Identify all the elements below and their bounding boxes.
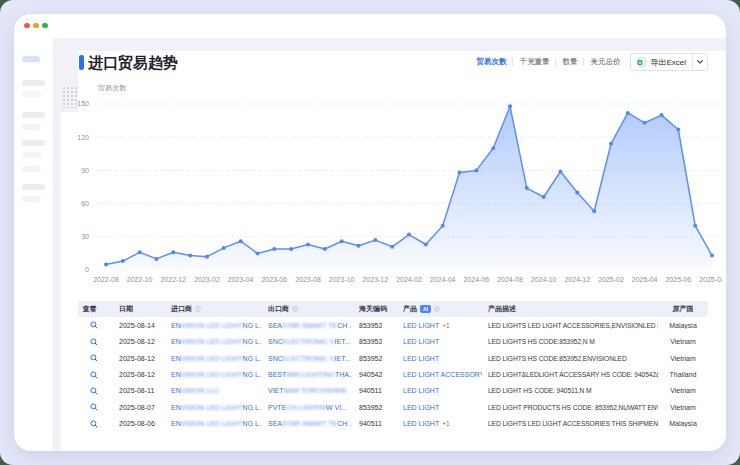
cell-exporter[interactable]: SNC ELECTRONIC VIET... — [262, 338, 352, 345]
exporter-name-prefix: BEST — [268, 371, 286, 378]
exporter-name-suffix: CH ... — [337, 420, 352, 427]
view-search-icon[interactable] — [90, 371, 98, 379]
metric-tabs-and-export: 贸易次数千克重量数量美元总价 导出Excel — [476, 51, 708, 73]
cell-hs: 853952 — [352, 404, 396, 411]
svg-text:2023-02: 2023-02 — [194, 276, 220, 283]
chart-line — [106, 106, 712, 264]
exporter-name-suffix: W VI... — [326, 404, 347, 411]
cell-hs: 940511 — [352, 387, 396, 394]
window-titlebar — [14, 14, 726, 38]
view-search-icon[interactable] — [90, 338, 98, 346]
svg-text:120: 120 — [77, 134, 89, 141]
metric-tab-2[interactable]: 千克重量 — [519, 57, 549, 67]
column-header-desc: 产品描述 — [482, 304, 658, 314]
cell-exporter[interactable]: SEA STAR SMART TECH ... — [262, 420, 352, 427]
cell-exporter[interactable]: SNC ELECTRONIC VIET... — [262, 355, 352, 362]
svg-text:2024-06: 2024-06 — [463, 276, 489, 283]
product-tag[interactable]: LED LIGHT — [403, 355, 439, 362]
cell-importer[interactable]: ENVISION LLC — [165, 387, 262, 394]
cell-importer[interactable]: ENVISION LED LIGHTNG L... — [165, 338, 262, 345]
cell-importer[interactable]: ENVISION LED LIGHTNG L... — [165, 322, 262, 329]
column-header-exporter: 出口商 — [262, 304, 352, 314]
column-header-label: 进口商 — [171, 304, 192, 314]
table-row: 2025-08-07ENVISION LED LIGHTNG L...PVTEC… — [78, 399, 708, 415]
sidebar-skeleton — [14, 38, 54, 451]
product-more-count: +1 — [442, 420, 449, 427]
minimize-window-icon[interactable] — [33, 23, 38, 28]
tab-separator — [555, 58, 556, 66]
svg-text:150: 150 — [77, 100, 89, 107]
importer-name-prefix: EN — [171, 338, 181, 345]
info-icon[interactable] — [195, 306, 201, 312]
view-search-icon[interactable] — [90, 354, 98, 362]
product-tag[interactable]: LED LIGHT ACCESSORY — [403, 371, 482, 378]
view-search-icon[interactable] — [90, 321, 98, 329]
exporter-name-suffix: CH ... — [337, 322, 352, 329]
exporter-name-blurred: CH LIGHTIN — [286, 404, 326, 411]
product-tag[interactable]: LED LIGHT — [403, 420, 439, 427]
dot-grid-decoration — [62, 86, 77, 108]
cell-view — [78, 338, 110, 346]
product-more-count: +1 — [442, 322, 449, 329]
zoom-window-icon[interactable] — [42, 23, 47, 28]
metric-tab-4[interactable]: 美元总价 — [590, 57, 620, 67]
column-header-label: 产品 — [403, 304, 417, 314]
card-header: 进口贸易趋势 贸易次数千克重量数量美元总价 导出Excel — [61, 51, 726, 75]
importer-name-blurred: VISION LLC — [181, 387, 220, 394]
cell-exporter[interactable]: PVTECH LIGHTINW VI... — [262, 404, 352, 411]
exporter-name-blurred: WIN LIGHTING — [286, 371, 335, 378]
app-window: 进口贸易趋势 贸易次数千克重量数量美元总价 导出Excel — [14, 14, 726, 451]
metric-tab-3[interactable]: 数量 — [562, 57, 577, 67]
cell-desc: LED LIGHTS LED LIGHT ACCESSORIES THIS SH… — [482, 420, 658, 427]
cell-date: 2025-08-11 — [110, 387, 165, 394]
product-tag[interactable]: LED LIGHT — [403, 404, 439, 411]
table-row: 2025-08-06ENVISION LED LIGHTNG L...SEA S… — [78, 416, 708, 432]
cell-date: 2025-08-12 — [110, 355, 165, 362]
chart-points — [104, 104, 714, 266]
table-row: 2025-08-11ENVISION LLCVIET NAM TORCHSHIN… — [78, 383, 708, 399]
sidebar-skeleton-bar — [22, 91, 41, 97]
cell-importer[interactable]: ENVISION LED LIGHTNG L... — [165, 371, 262, 378]
export-dropdown-button[interactable] — [692, 54, 707, 70]
title-accent-bar — [79, 55, 84, 70]
exporter-name-prefix: SEA — [268, 420, 282, 427]
cell-country: Vietnam — [658, 355, 708, 362]
view-search-icon[interactable] — [90, 387, 98, 395]
view-search-icon[interactable] — [90, 420, 98, 428]
exporter-name-prefix: VIET — [268, 387, 284, 394]
view-search-icon[interactable] — [90, 403, 98, 411]
product-tag[interactable]: LED LIGHT — [403, 387, 439, 394]
info-icon[interactable] — [292, 306, 298, 312]
exporter-name-blurred: STAR SMART TE — [282, 322, 337, 329]
svg-text:30: 30 — [81, 233, 89, 240]
chevron-down-icon — [697, 60, 703, 64]
cell-exporter[interactable]: SEA STAR SMART TECH ... — [262, 322, 352, 329]
column-header-label: 日期 — [119, 304, 133, 314]
cell-product: LED LIGHT — [396, 404, 482, 411]
cell-country: Vietnam — [658, 404, 708, 411]
export-excel-button[interactable]: 导出Excel — [631, 54, 692, 70]
cell-importer[interactable]: ENVISION LED LIGHTNG L... — [165, 420, 262, 427]
chart-ytick-labels: 0306090120150 — [77, 100, 89, 273]
importer-name-blurred: VISION LED LIGHT — [181, 420, 243, 427]
close-window-icon[interactable] — [24, 23, 29, 28]
product-tag[interactable]: LED LIGHT — [403, 322, 439, 329]
tab-separator — [583, 58, 584, 66]
importer-name-suffix: NG L... — [243, 338, 262, 345]
cell-importer[interactable]: ENVISION LED LIGHTNG L... — [165, 404, 262, 411]
tab-separator — [512, 58, 513, 66]
main-content: 进口贸易趋势 贸易次数千克重量数量美元总价 导出Excel — [54, 38, 726, 451]
sidebar-skeleton-bar — [22, 184, 45, 190]
cell-date: 2025-08-07 — [110, 404, 165, 411]
table-row: 2025-08-12ENVISION LED LIGHTNG L...BESTW… — [78, 366, 708, 382]
info-icon[interactable] — [434, 306, 440, 312]
exporter-name-blurred: ELECTRONIC V — [283, 338, 335, 345]
table-row: 2025-08-12ENVISION LED LIGHTNG L...SNC E… — [78, 350, 708, 366]
cell-importer[interactable]: ENVISION LED LIGHTNG L... — [165, 355, 262, 362]
cell-exporter[interactable]: VIET NAM TORCHSHINE — [262, 387, 352, 394]
cell-exporter[interactable]: BESTWIN LIGHTING THA... — [262, 371, 352, 378]
svg-text:2022-10: 2022-10 — [127, 276, 153, 283]
metric-tab-1[interactable]: 贸易次数 — [476, 57, 506, 67]
product-tag[interactable]: LED LIGHT — [403, 338, 439, 345]
exporter-name-prefix: PVTE — [268, 404, 286, 411]
